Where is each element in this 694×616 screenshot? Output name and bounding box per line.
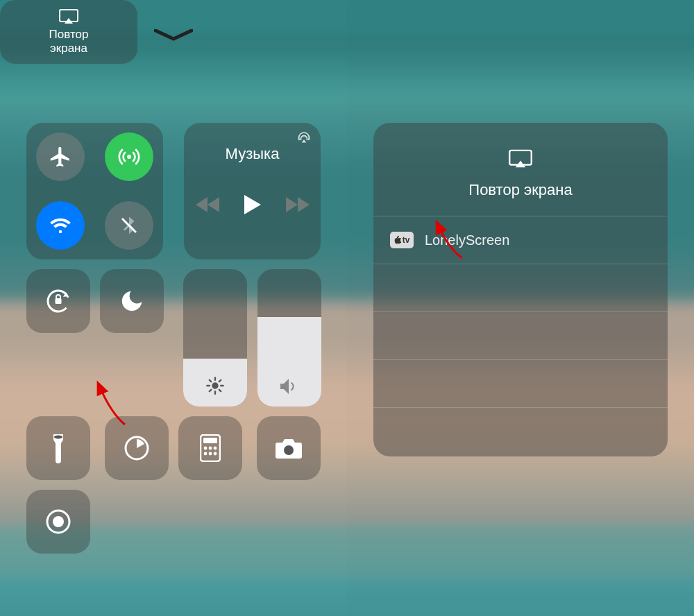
screen-mirroring-icon — [59, 9, 78, 24]
play-icon[interactable] — [244, 195, 261, 217]
control-center: Музыка Повторэкрана — [0, 0, 347, 616]
camera-button[interactable] — [257, 416, 321, 480]
media-title: Музыка — [184, 145, 321, 163]
apple-tv-badge-icon: tv — [390, 232, 414, 248]
svg-line-13 — [219, 380, 221, 382]
svg-point-20 — [214, 447, 217, 450]
screen-mirroring-modal: Повтор экрана tv LonelyScreen — [373, 123, 668, 456]
svg-point-0 — [127, 155, 131, 159]
screen-mirroring-button[interactable]: Повторэкрана — [0, 0, 137, 64]
do-not-disturb-toggle[interactable] — [100, 269, 164, 333]
svg-point-5 — [212, 382, 218, 388]
media-controls-card[interactable]: Музыка — [184, 123, 321, 259]
svg-rect-3 — [56, 298, 62, 304]
empty-device-slot — [373, 264, 668, 311]
two-screenshot-composite: Музыка Повторэкрана — [0, 0, 694, 616]
playback-controls — [184, 195, 321, 217]
screen-mirroring-label: Повторэкрана — [49, 28, 89, 55]
modal-title: Повтор экрана — [387, 181, 654, 199]
airplay-device-name: LonelyScreen — [425, 232, 509, 248]
cellular-data-toggle[interactable] — [105, 132, 153, 181]
svg-point-19 — [209, 447, 212, 450]
svg-point-23 — [214, 452, 217, 456]
empty-device-slot — [373, 359, 668, 407]
wifi-toggle[interactable] — [36, 201, 85, 250]
brightness-slider[interactable] — [183, 269, 247, 407]
svg-point-24 — [284, 445, 294, 455]
screen-mirroring-icon — [509, 149, 532, 169]
rewind-icon[interactable] — [196, 197, 219, 215]
svg-line-10 — [210, 380, 211, 382]
svg-point-18 — [204, 447, 208, 450]
modal-header: Повтор экрана — [373, 123, 668, 216]
connectivity-group — [26, 123, 163, 259]
speaker-icon — [257, 377, 321, 395]
svg-point-22 — [209, 452, 212, 456]
svg-point-21 — [204, 452, 208, 456]
calculator-button[interactable] — [178, 416, 242, 480]
empty-device-slot — [373, 311, 668, 359]
svg-line-12 — [210, 390, 211, 391]
brightness-icon — [183, 376, 247, 395]
svg-point-14 — [54, 436, 62, 439]
bluetooth-toggle[interactable] — [105, 201, 153, 250]
forward-icon[interactable] — [286, 197, 310, 215]
control-center-screen: Музыка Повторэкрана — [0, 0, 347, 616]
screen-record-button[interactable] — [26, 490, 90, 554]
airplay-audio-icon[interactable] — [297, 131, 311, 146]
empty-device-slot — [373, 407, 668, 455]
svg-point-26 — [53, 516, 64, 527]
svg-line-11 — [219, 390, 221, 391]
screen-mirroring-sheet-screen: Повтор экрана tv LonelyScreen — [347, 0, 694, 616]
airplay-device-row[interactable]: tv LonelyScreen — [373, 216, 668, 264]
dismiss-chevron-icon[interactable] — [154, 29, 193, 44]
svg-rect-17 — [203, 438, 217, 443]
airplane-mode-toggle[interactable] — [36, 132, 85, 181]
timer-button[interactable] — [105, 416, 169, 480]
orientation-lock-toggle[interactable] — [26, 269, 90, 333]
volume-slider[interactable] — [257, 269, 321, 407]
flashlight-button[interactable] — [26, 416, 90, 480]
